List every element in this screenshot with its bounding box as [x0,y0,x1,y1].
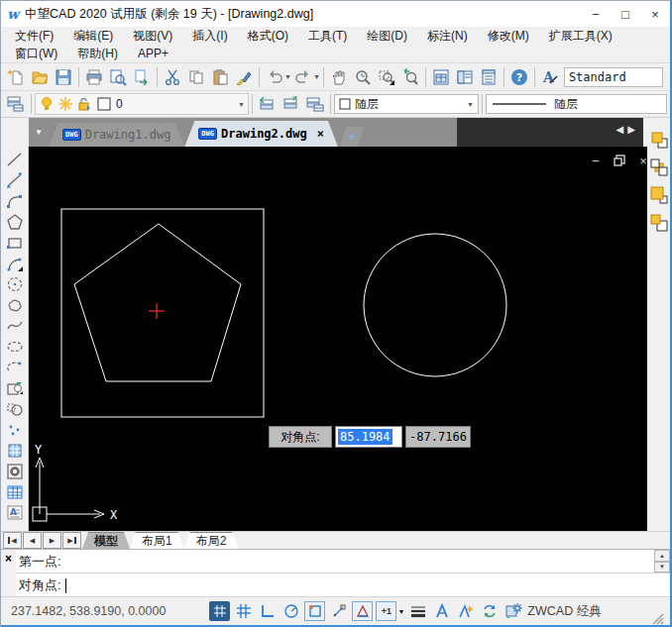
doc-list-dropdown-icon[interactable]: ▼ [29,118,49,147]
spline-icon[interactable] [4,315,26,336]
redo-icon[interactable] [291,65,315,89]
paste-icon[interactable] [208,65,232,89]
maximize-button[interactable]: □ [611,2,640,26]
menu-insert[interactable]: 插入(I) [182,27,237,45]
close-button[interactable]: × [640,2,670,26]
otrack-icon[interactable] [328,601,349,621]
drawn-circle[interactable] [364,234,506,376]
tab-scroll-left-icon[interactable]: ◀ [616,124,624,135]
redo-dropdown-icon[interactable]: ▼ [313,73,320,80]
cut-icon[interactable] [161,65,184,89]
zoom-previous-icon[interactable] [398,65,422,89]
save-icon[interactable] [52,65,75,89]
snap-icon[interactable] [209,601,230,621]
layer-isolate-icon[interactable] [303,92,327,116]
menu-format[interactable]: 格式(O) [238,27,298,45]
workspace-icon[interactable] [503,601,523,621]
layer-manager-icon[interactable] [4,92,28,116]
hatch-icon[interactable] [4,440,26,461]
menu-view[interactable]: 视图(V) [123,27,182,45]
drawing-minimize-icon[interactable]: − [587,153,605,168]
drawn-rectangle[interactable] [61,209,264,417]
zoom-window-icon[interactable] [375,65,398,89]
tab-close-icon[interactable]: × [317,127,324,141]
drawing-canvas[interactable]: Y X − × 对角点: 85.1984 -87.7166 [29,147,670,531]
lineweight-icon[interactable] [407,601,428,621]
layer-freeze-icon[interactable] [57,96,73,112]
command-input[interactable]: 对角点: [16,574,670,597]
polar-icon[interactable] [280,601,301,621]
revision-cloud-icon[interactable] [4,294,26,315]
print-preview-icon[interactable] [106,65,130,89]
prev-layout-button[interactable]: ◀ [23,532,42,549]
resize-grip[interactable] [651,612,664,625]
table-icon[interactable] [4,481,26,502]
layer-combo-dropdown-icon[interactable]: ▼ [238,101,245,108]
insert-block-icon[interactable] [4,377,26,398]
menu-edit[interactable]: 编辑(E) [63,27,123,45]
grid-icon[interactable] [233,601,254,621]
arc-icon[interactable] [4,253,26,273]
new-icon[interactable] [4,65,28,89]
polygon-icon[interactable] [4,211,26,232]
properties-icon[interactable] [429,65,453,89]
draw-order-back-icon[interactable] [648,156,670,179]
text-style-combo[interactable]: Standard [564,67,663,87]
tab-layout2[interactable]: 布局2 [184,532,239,549]
polyline-icon[interactable] [4,190,26,211]
scroll-up-icon[interactable]: ▲ [654,550,670,562]
point-icon[interactable] [4,419,26,440]
menu-draw[interactable]: 绘图(D) [357,27,417,45]
pan-icon[interactable] [327,65,351,89]
layer-combo[interactable]: 0 ▼ [35,93,249,115]
drawing-restore-icon[interactable] [611,153,628,168]
menu-window[interactable]: 窗口(W) [5,45,67,62]
dyn-tooltip-x-input[interactable]: 85.1984 [335,426,402,448]
draw-order-front-icon[interactable] [648,128,670,152]
ellipse-icon[interactable] [4,336,26,357]
workspace-label[interactable]: ZWCAD 经典 [527,603,601,620]
ellipse-arc-icon[interactable] [4,357,26,377]
open-icon[interactable] [28,65,52,89]
copy-icon[interactable] [184,65,208,89]
toolpalette-icon[interactable] [477,65,501,89]
tab-layout1[interactable]: 布局1 [130,532,184,549]
menu-help[interactable]: 帮助(H) [67,45,128,62]
layer-states-icon[interactable] [280,92,303,116]
annotation-add-icon[interactable] [455,601,476,621]
layer-lock-icon[interactable] [76,96,92,112]
tab-scroll-right-icon[interactable]: ▶ [627,124,635,135]
scroll-down-icon[interactable]: ▼ [654,562,670,574]
tab-drawing2[interactable]: DWG Drawing2.dwg × [184,121,338,147]
tab-drawing1[interactable]: DWG Drawing1.dwg [49,123,184,147]
annotation-icon[interactable] [431,601,452,621]
color-combo-dropdown-icon[interactable]: ▼ [467,101,474,108]
publish-icon[interactable] [130,65,154,89]
layer-on-icon[interactable] [39,96,55,112]
layer-color-swatch[interactable] [97,97,111,111]
ortho-icon[interactable] [257,601,278,621]
draw-order-under-icon[interactable] [648,211,670,235]
new-tab-button[interactable]: + [340,127,364,147]
help-icon[interactable]: ? [507,65,531,89]
next-layout-button[interactable]: ▶ [43,532,61,549]
construction-line-icon[interactable] [4,169,26,190]
dynamic-input-dropdown-icon[interactable]: ▼ [397,608,404,615]
menu-tools[interactable]: 工具(T) [298,27,357,45]
drawn-pentagon[interactable] [74,224,241,381]
rectangle-icon[interactable] [4,232,26,253]
tab-model[interactable]: 模型 [82,532,130,549]
menu-dimension[interactable]: 标注(N) [417,27,478,45]
zoom-realtime-icon[interactable] [351,65,375,89]
command-close-icon[interactable]: × [5,552,12,597]
make-block-icon[interactable] [4,398,26,419]
menu-express[interactable]: 扩展工具(X) [539,27,622,45]
osnap-icon[interactable] [304,601,325,621]
draw-order-above-icon[interactable] [648,183,670,207]
mtext-icon[interactable]: A [4,502,26,523]
last-layout-button[interactable]: ▶ [62,532,81,549]
line-tool-icon[interactable] [4,149,26,169]
linetype-combo[interactable]: 随层 [486,94,667,114]
text-style-icon[interactable]: A [538,65,562,89]
menu-app-plus[interactable]: APP+ [128,45,178,62]
